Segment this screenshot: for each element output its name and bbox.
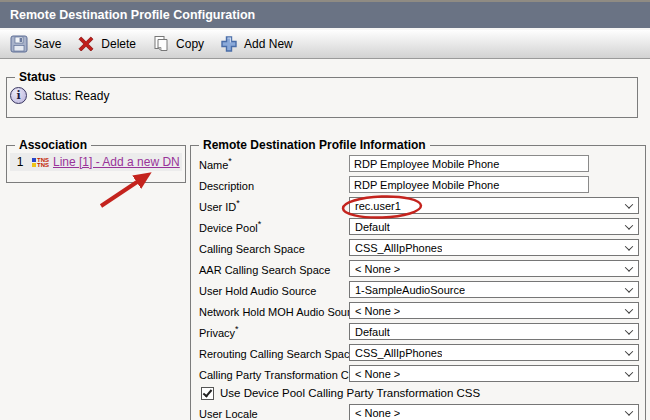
status-section: Status i Status: Ready [6, 70, 638, 118]
aar-calling-search-space-select[interactable]: < None > [349, 260, 639, 277]
user-hold-audio-source-label: User Hold Audio Source [199, 282, 349, 297]
use-device-pool-cptcss-checkbox[interactable] [201, 387, 214, 400]
association-row: 1 TNS TNS Line [1] - Add a new DN [10, 153, 182, 171]
user-id-label: User ID* [199, 198, 349, 213]
field-row-user-hold-audio-source: User Hold Audio Source 1-SampleAudioSour… [199, 281, 639, 298]
network-hold-moh-audio-source-select[interactable]: < None > [349, 302, 639, 319]
device-pool-select[interactable]: Default [349, 218, 639, 235]
rerouting-calling-search-space-select[interactable]: CSS_AllIpPhones [349, 344, 639, 361]
description-input[interactable] [349, 176, 589, 193]
chevron-down-icon [625, 368, 633, 376]
chevron-down-icon [625, 221, 633, 229]
add-new-button-label: Add New [244, 37, 293, 51]
delete-button[interactable]: Delete [77, 35, 136, 53]
chevron-down-icon [625, 407, 633, 415]
rerouting-calling-search-space-label: Rerouting Calling Search Space [199, 345, 349, 360]
aar-calling-search-space-label: AAR Calling Search Space [199, 261, 349, 276]
field-row-rerouting-calling-search-space: Rerouting Calling Search Space CSS_AllIp… [199, 344, 639, 361]
field-row-calling-search-space: Calling Search Space CSS_AllIpPhones [199, 239, 639, 256]
add-new-button[interactable]: Add New [220, 35, 293, 53]
calling-search-space-select[interactable]: CSS_AllIpPhones [349, 239, 639, 256]
add-plus-icon [220, 35, 238, 53]
info-icon: i [10, 87, 27, 104]
user-locale-label: User Locale [199, 405, 349, 420]
chevron-down-icon [625, 284, 633, 292]
page-header: Remote Destination Profile Configuration [0, 0, 650, 28]
chevron-down-icon [625, 242, 633, 250]
page-title: Remote Destination Profile Configuration [10, 8, 255, 22]
save-button-label: Save [34, 37, 61, 51]
status-message: Status: Ready [34, 89, 109, 103]
chevron-down-icon [625, 305, 633, 313]
calling-search-space-label: Calling Search Space [199, 240, 349, 255]
privacy-select[interactable]: Default [349, 323, 639, 340]
chevron-down-icon [625, 347, 633, 355]
device-pool-label: Device Pool* [199, 219, 349, 234]
field-row-network-hold-moh-audio-source: Network Hold MOH Audio Source < None > [199, 302, 639, 319]
save-floppy-icon [10, 35, 28, 53]
calling-party-transformation-css-select[interactable]: < None > [349, 365, 639, 382]
field-row-description: Description [199, 176, 639, 193]
use-device-pool-cptcss-row: Use Device Pool Calling Party Transforma… [201, 386, 639, 400]
association-row-index: 1 [12, 155, 28, 169]
field-row-user-locale: User Locale < None > [199, 404, 639, 420]
field-row-calling-party-transformation-css: Calling Party Transformation CSS < None … [199, 365, 639, 382]
field-row-user-id: User ID* rec.user1 [199, 197, 639, 214]
association-section: Association 1 TNS TNS Line [1] - Add a n… [6, 138, 186, 183]
chevron-down-icon [625, 263, 633, 271]
description-label: Description [199, 177, 349, 192]
user-locale-select[interactable]: < None > [349, 404, 639, 420]
line-appearance-icon: TNS TNS [32, 158, 49, 167]
delete-button-label: Delete [101, 37, 136, 51]
field-row-device-pool: Device Pool* Default [199, 218, 639, 235]
use-device-pool-cptcss-label: Use Device Pool Calling Party Transforma… [220, 387, 480, 399]
copy-pages-icon [152, 35, 170, 53]
field-row-aar-calling-search-space: AAR Calling Search Space < None > [199, 260, 639, 277]
association-legend: Association [15, 138, 91, 152]
chevron-down-icon [625, 326, 633, 334]
copy-button[interactable]: Copy [152, 35, 204, 53]
name-input[interactable] [349, 155, 589, 172]
calling-party-transformation-css-label: Calling Party Transformation CSS [199, 366, 349, 381]
profile-info-section: Remote Destination Profile Information N… [190, 138, 646, 420]
save-button[interactable]: Save [10, 35, 61, 53]
user-hold-audio-source-select[interactable]: 1-SampleAudioSource [349, 281, 639, 298]
status-legend: Status [15, 70, 60, 84]
privacy-label: Privacy* [199, 324, 349, 339]
field-row-privacy: Privacy* Default [199, 323, 639, 340]
add-new-dn-link[interactable]: Line [1] - Add a new DN [53, 155, 180, 169]
copy-button-label: Copy [176, 37, 204, 51]
annotation-arrow [101, 180, 140, 206]
field-row-name: Name* [199, 155, 639, 172]
user-id-select[interactable]: rec.user1 [349, 197, 639, 214]
toolbar: Save Delete Copy Add New [0, 30, 650, 59]
chevron-down-icon [625, 200, 633, 208]
network-hold-moh-audio-source-label: Network Hold MOH Audio Source [199, 303, 349, 318]
profile-info-legend: Remote Destination Profile Information [199, 138, 430, 152]
delete-x-icon [77, 35, 95, 53]
name-label: Name* [199, 156, 349, 171]
